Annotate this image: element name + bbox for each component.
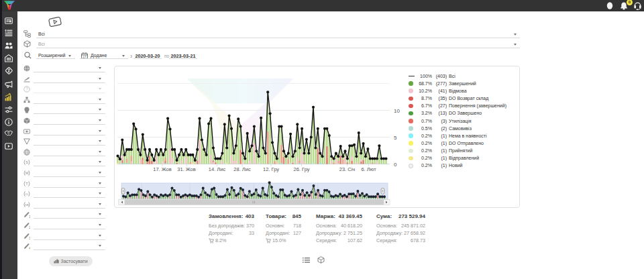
- svg-text:31. Жов: 31. Жов: [177, 166, 196, 172]
- svg-text:DB: DB: [25, 203, 29, 207]
- svg-text:5: 5: [394, 135, 397, 141]
- svg-text:?: ?: [25, 87, 28, 91]
- svg-text:23. Січ: 23. Січ: [339, 166, 356, 172]
- svg-text:10: 10: [394, 108, 400, 114]
- svg-text:12. Гру: 12. Гру: [263, 166, 279, 172]
- svg-text:26. Гру: 26. Гру: [294, 166, 310, 172]
- svg-text:14. Лис: 14. Лис: [209, 166, 226, 172]
- svg-text:S: S: [25, 160, 28, 164]
- svg-text:28. Лис: 28. Лис: [233, 166, 251, 172]
- svg-text:6. Лют: 6. Лют: [361, 166, 376, 172]
- svg-text:4: 4: [29, 246, 30, 249]
- svg-text:0: 0: [394, 162, 397, 168]
- svg-text:2: 2: [29, 225, 30, 229]
- svg-text:17. Жов: 17. Жов: [153, 166, 172, 172]
- svg-text:M: M: [25, 171, 29, 175]
- svg-text:3: 3: [29, 236, 30, 239]
- svg-text:1: 1: [29, 215, 30, 218]
- svg-text:CL: CL: [25, 192, 29, 196]
- svg-text:T: T: [25, 182, 28, 186]
